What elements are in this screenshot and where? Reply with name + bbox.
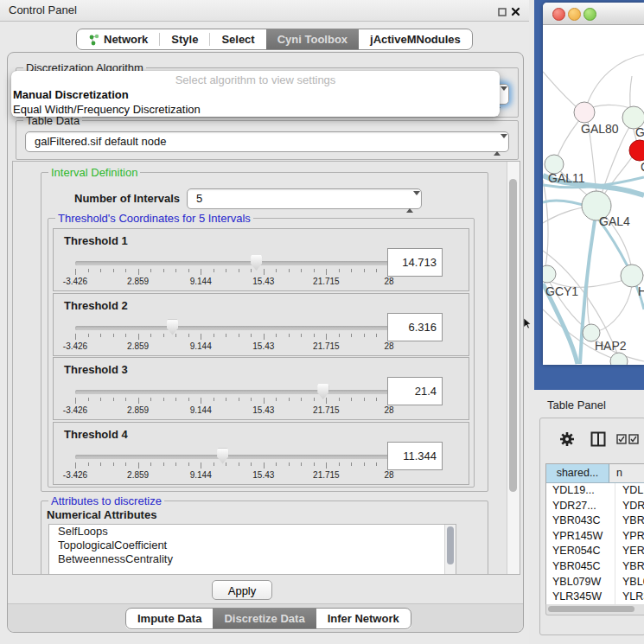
node-label: HAP2 xyxy=(595,339,627,353)
cell-name[interactable]: YLR3 xyxy=(615,590,644,605)
list-scrollbar-thumb[interactable] xyxy=(447,526,454,564)
cell-name[interactable]: YER0 xyxy=(615,544,644,559)
threshold-value-field[interactable]: 11.344 xyxy=(387,442,443,470)
num-intervals-combobox[interactable]: 5 xyxy=(187,188,422,209)
cell-shared-name[interactable]: YDR27... xyxy=(546,499,615,514)
tab-network[interactable]: Network xyxy=(77,29,159,49)
settings-scrollbar-thumb[interactable] xyxy=(509,179,517,492)
network-window-titlebar[interactable] xyxy=(543,3,644,25)
cell-shared-name[interactable]: YLR345W xyxy=(546,590,615,605)
num-intervals-label: Number of Intervals xyxy=(74,192,180,205)
combo-stepper-icon xyxy=(494,136,501,155)
threshold-slider[interactable] xyxy=(75,455,389,459)
cell-shared-name[interactable]: YBR043C xyxy=(546,513,615,529)
network-canvas[interactable]: GAL80GCGAL11GAL4GCY1HHAP2 xyxy=(543,24,644,365)
table-row[interactable]: YBR045CYBR0 xyxy=(546,559,644,575)
numerical-attributes-list[interactable]: SelfLoopsTopologicalCoefficientBetweenne… xyxy=(48,524,456,575)
list-scrollbar[interactable] xyxy=(444,525,456,575)
attributes-groupbox: Attributes to discretize Numerical Attri… xyxy=(41,501,488,575)
zoom-traffic-light-icon[interactable] xyxy=(583,8,596,21)
cell-name[interactable]: YBR0 xyxy=(615,513,644,529)
table-row[interactable]: YPR145WYPR1 xyxy=(546,529,644,545)
table-hscrollbar[interactable] xyxy=(545,604,644,615)
network-view-window[interactable]: GAL80GCGAL11GAL4GCY1HHAP2 xyxy=(543,3,644,365)
table-data-combobox[interactable]: galFiltered.sif default node xyxy=(25,131,509,152)
threshold-slider[interactable] xyxy=(75,261,389,265)
table-data-groupbox: Table Data galFiltered.sif default node xyxy=(16,120,519,160)
threshold-panel-4: Threshold 4-3.4262.8599.14415.4321.71528… xyxy=(53,422,469,485)
tab-infer-network[interactable]: Infer Network xyxy=(316,609,411,628)
dropdown-option-equal-width[interactable]: Equal Width/Frequency Discretization xyxy=(11,102,500,117)
top-tab-bar: NetworkStyleSelectCyni ToolboxjActiveMNo… xyxy=(76,29,473,50)
table-row[interactable]: YER054CYER0 xyxy=(546,544,644,559)
attribute-list-item[interactable]: BetweennessCentrality xyxy=(49,552,456,566)
threshold-value-field[interactable]: 21.4 xyxy=(387,377,443,405)
threshold-slider[interactable] xyxy=(75,326,389,330)
interval-definition-groupbox: Interval Definition Number of Intervals … xyxy=(41,172,488,492)
network-node[interactable] xyxy=(543,265,556,283)
tab-style[interactable]: Style xyxy=(160,29,209,49)
table-row[interactable]: YBR043CYBR0 xyxy=(546,513,644,529)
settings-scroll-area: Interval Definition Number of Intervals … xyxy=(12,161,520,575)
attribute-list-item[interactable]: TopologicalCoefficient xyxy=(49,539,456,552)
column-header-shared-name[interactable]: shared... xyxy=(546,464,609,482)
slider-ticks xyxy=(75,334,389,340)
minimize-traffic-light-icon[interactable] xyxy=(568,8,581,21)
settings-scrollbar[interactable] xyxy=(507,162,520,574)
table-panel: shared... n YDL19...YDL1YDR27...YDR2YBR0… xyxy=(539,418,644,635)
network-node[interactable] xyxy=(574,102,595,123)
cell-shared-name[interactable]: YDL19... xyxy=(546,483,615,499)
tab-impute-data[interactable]: Impute Data xyxy=(126,609,213,628)
right-region: GAL80GCGAL11GAL4GCY1HHAP2 Table Panel xyxy=(529,0,644,644)
attribute-list-item[interactable]: SelfLoops xyxy=(49,525,456,539)
slider-tick-labels: -3.4262.8599.14415.4321.71528 xyxy=(75,341,389,352)
bottom-tab-bar: Impute DataDiscretize DataInfer Network xyxy=(125,608,411,629)
attributes-title: Attributes to discretize xyxy=(48,494,164,507)
float-window-icon[interactable] xyxy=(498,6,507,19)
cell-name[interactable]: YBL0 xyxy=(615,575,644,590)
tab-select[interactable]: Select xyxy=(210,29,265,49)
tab-jactivemnodules[interactable]: jActiveMNodules xyxy=(359,29,472,49)
panel-title: Control Panel xyxy=(9,3,77,16)
cell-shared-name[interactable]: YBR045C xyxy=(546,559,615,575)
dropdown-hint: Select algorithm to view settings xyxy=(11,71,500,87)
table-row[interactable]: YBL079WYBL0 xyxy=(546,575,644,590)
tab-discretize-data[interactable]: Discretize Data xyxy=(213,609,316,628)
cell-shared-name[interactable]: YER054C xyxy=(546,544,615,559)
cell-shared-name[interactable]: YBL079W xyxy=(546,575,615,590)
threshold-value-field[interactable]: 14.713 xyxy=(387,248,443,277)
gear-icon[interactable] xyxy=(559,431,575,450)
thresholds-title: Threshold's Coordinates for 5 Intervals xyxy=(55,212,253,225)
table-row[interactable]: YLR345WYLR3 xyxy=(546,590,644,605)
cell-name[interactable]: YDL1 xyxy=(615,483,644,499)
table-header-row: shared... n xyxy=(546,464,644,483)
slider-tick-labels: -3.4262.8599.14415.4321.71528 xyxy=(75,277,389,287)
threshold-slider[interactable] xyxy=(75,390,389,394)
threshold-label: Threshold 4 xyxy=(64,428,128,441)
table-row[interactable]: YDR27...YDR2 xyxy=(546,499,644,514)
tab-cyni-toolbox[interactable]: Cyni Toolbox xyxy=(266,29,359,49)
node-label: GCY1 xyxy=(545,284,578,298)
combo-stepper-icon xyxy=(406,193,414,212)
node-label: G xyxy=(635,125,644,139)
apply-button[interactable]: Apply xyxy=(212,580,272,600)
node-label: H xyxy=(638,284,644,298)
mouse-cursor xyxy=(524,318,532,332)
table-body: YDL19...YDL1YDR27...YDR2YBR043CYBR0YPR14… xyxy=(546,483,644,606)
close-traffic-light-icon[interactable] xyxy=(552,8,565,21)
dropdown-option-manual[interactable]: Manual Discretization xyxy=(11,87,500,102)
cell-name[interactable]: YPR1 xyxy=(615,529,644,545)
select-columns-icon[interactable] xyxy=(616,434,639,447)
cell-name[interactable]: YDR2 xyxy=(615,499,644,514)
network-node[interactable] xyxy=(610,353,628,365)
node-table[interactable]: shared... n YDL19...YDL1YDR27...YDR2YBR0… xyxy=(545,463,644,606)
slider-ticks xyxy=(75,269,389,275)
column-header-name[interactable]: n xyxy=(609,464,644,482)
threshold-value-field[interactable]: 6.316 xyxy=(387,313,443,341)
cell-name[interactable]: YBR0 xyxy=(615,559,644,575)
split-columns-icon[interactable] xyxy=(590,431,606,450)
table-hscrollbar-thumb[interactable] xyxy=(548,606,634,612)
cell-shared-name[interactable]: YPR145W xyxy=(546,529,615,545)
close-icon[interactable] xyxy=(511,6,520,19)
table-row[interactable]: YDL19...YDL1 xyxy=(546,483,644,499)
